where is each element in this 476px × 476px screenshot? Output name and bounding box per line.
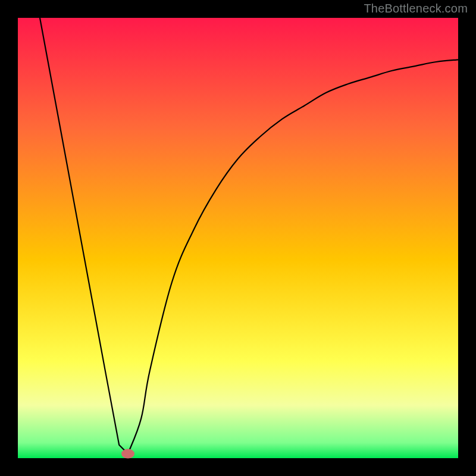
frame-bottom — [0, 458, 476, 476]
bottleneck-chart — [0, 0, 476, 476]
plot-background — [18, 18, 458, 458]
frame-right — [458, 0, 476, 476]
attribution-text: TheBottleneck.com — [364, 2, 468, 15]
chart-container: TheBottleneck.com — [0, 0, 476, 476]
frame-left — [0, 0, 18, 476]
minimum-marker — [121, 449, 134, 459]
